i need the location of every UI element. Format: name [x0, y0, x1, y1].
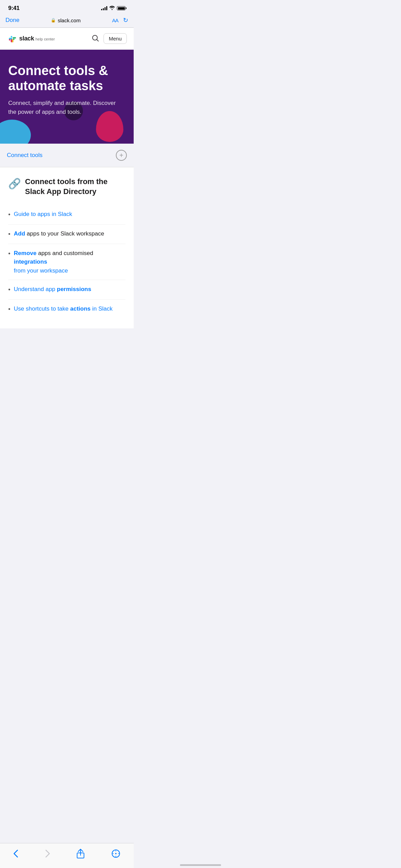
- status-icons: [101, 6, 125, 11]
- list-item: • Add apps to your Slack workspace: [8, 225, 125, 244]
- blob-teal: [0, 120, 31, 144]
- section-emoji: 🔗: [8, 178, 21, 190]
- list-link[interactable]: Add apps to your Slack workspace: [14, 229, 125, 238]
- bullet-icon: •: [8, 285, 10, 294]
- sub-name: help center: [36, 37, 55, 41]
- browser-actions: AA ↻: [112, 16, 128, 24]
- url-bar: 🔒 slack.com: [51, 17, 81, 23]
- link-bold-text: Add: [14, 230, 25, 237]
- bullet-icon: •: [8, 210, 10, 219]
- link-text: Guide to apps in Slack: [14, 211, 72, 217]
- link-bold-text: actions: [70, 305, 91, 312]
- list-item: • Use shortcuts to take actions in Slack: [8, 300, 125, 319]
- list-item: • Remove apps and customised integration…: [8, 244, 125, 280]
- search-button[interactable]: [91, 34, 99, 44]
- refresh-button[interactable]: ↻: [123, 16, 128, 24]
- status-time: 9:41: [8, 5, 20, 12]
- link-normal-text: apps and customised: [38, 250, 93, 256]
- list-link[interactable]: Use shortcuts to take actions in Slack: [14, 304, 125, 313]
- link-text-continued: from your workspace: [14, 267, 68, 274]
- logo-text: slack help center: [19, 35, 55, 42]
- connect-tools-link[interactable]: Connect tools: [7, 152, 42, 159]
- bullet-icon: •: [8, 249, 10, 258]
- connect-tools-row: Connect tools +: [0, 144, 134, 167]
- hero-description: Connect, simplify and automate. Discover…: [8, 99, 118, 116]
- lock-icon: 🔒: [51, 18, 56, 23]
- battery-icon: [117, 6, 125, 10]
- search-icon: [91, 34, 99, 42]
- done-button[interactable]: Done: [5, 17, 20, 24]
- slack-logo-icon: [7, 34, 16, 44]
- signal-icon: [101, 6, 107, 10]
- section-heading: 🔗 Connect tools from the Slack App Direc…: [8, 177, 125, 196]
- list-link[interactable]: Understand app permissions: [14, 285, 125, 294]
- wifi-icon: [109, 6, 115, 11]
- list-item: • Guide to apps in Slack: [8, 205, 125, 225]
- brand-name: slack: [19, 35, 34, 42]
- site-header: slack help center Menu: [0, 28, 134, 50]
- expand-section-button[interactable]: +: [116, 150, 127, 161]
- list-link[interactable]: Guide to apps in Slack: [14, 210, 125, 219]
- hero-section: Connect tools & automate tasks Connect, …: [0, 50, 134, 144]
- content-area: 🔗 Connect tools from the Slack App Direc…: [0, 167, 134, 328]
- logo-area: slack help center: [7, 34, 55, 44]
- bullet-icon: •: [8, 230, 10, 239]
- hero-title: Connect tools & automate tasks: [8, 63, 125, 93]
- article-list: • Guide to apps in Slack • Add apps to y…: [8, 205, 125, 319]
- link-bold-text: Remove: [14, 250, 36, 256]
- list-link[interactable]: Remove apps and customised integrations …: [14, 249, 125, 275]
- menu-button[interactable]: Menu: [104, 33, 127, 44]
- bullet-icon: •: [8, 305, 10, 314]
- header-actions: Menu: [91, 33, 127, 44]
- link-bold-text: permissions: [57, 286, 91, 292]
- browser-bar: Done 🔒 slack.com AA ↻: [0, 14, 134, 27]
- text-size-button[interactable]: AA: [112, 17, 118, 23]
- section-title: Connect tools from the Slack App Directo…: [25, 177, 125, 196]
- url-text: slack.com: [58, 17, 81, 23]
- link-bold-text-2: integrations: [14, 258, 47, 265]
- status-bar: 9:41: [0, 0, 134, 14]
- link-text: Understand app: [14, 286, 57, 292]
- link-text-2: in Slack: [92, 305, 113, 312]
- link-text: Use shortcuts to take: [14, 305, 70, 312]
- list-item: • Understand app permissions: [8, 280, 125, 300]
- link-normal-text: apps to your Slack workspace: [27, 230, 104, 237]
